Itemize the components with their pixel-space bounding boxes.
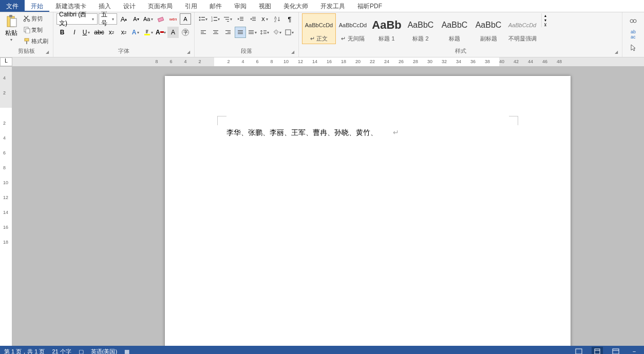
align-right-button[interactable] (222, 27, 234, 38)
status-page[interactable]: 第 1 页，共 1 页 (4, 348, 45, 355)
tab-layout[interactable]: 页面布局 (142, 0, 179, 12)
replace-button[interactable]: abac (628, 29, 639, 40)
select-button[interactable] (628, 42, 639, 53)
group-paragraph: ▾ 12▾ ▾ Ⅹ▾ AZ ¶ ▾ ▾ ▾ ▾ 段落 ◢ (195, 12, 299, 57)
highlight-button[interactable]: ▾ (143, 27, 154, 38)
enclose-char-button[interactable]: 字 (180, 27, 191, 38)
tab-beautify[interactable]: 美化大师 (277, 0, 314, 12)
page[interactable]: 李华、张鹏、李丽、王军、曹冉、孙晓、黄竹、↵ (165, 76, 571, 346)
tab-references[interactable]: 引用 (179, 0, 203, 12)
svg-rect-7 (25, 38, 29, 41)
svg-point-11 (199, 17, 201, 18)
bullets-button[interactable]: ▾ (198, 13, 209, 25)
status-words[interactable]: 21 个字 (52, 348, 71, 355)
gallery-more[interactable]: ⊻ (542, 23, 548, 27)
tab-file[interactable]: 文件 (0, 0, 25, 12)
char-border-button[interactable]: A (180, 13, 191, 25)
view-web-button[interactable] (610, 347, 621, 354)
status-language[interactable]: 英语(美国) (91, 348, 117, 355)
ruler-horizontal[interactable]: 8642246810121416182022242628303234363840… (12, 57, 644, 66)
subscript-button[interactable]: x2 (106, 27, 117, 38)
format-painter-button[interactable]: 格式刷 (22, 36, 50, 46)
tab-developer[interactable]: 开发工具 (314, 0, 351, 12)
borders-button[interactable]: ▾ (284, 27, 295, 38)
gallery-up[interactable]: ▴ (542, 13, 548, 18)
bold-button[interactable]: B (56, 27, 68, 38)
zoom-out-button[interactable]: − (629, 347, 640, 354)
svg-rect-27 (252, 20, 256, 21)
align-center-button[interactable] (210, 27, 221, 38)
font-name-combo[interactable]: Calibri (西文)▾ (56, 13, 98, 25)
font-size-combo[interactable]: 五号▾ (99, 13, 117, 25)
clipboard-launcher[interactable]: ◢ (45, 50, 50, 55)
style-item-4[interactable]: AaBbC标题 (438, 13, 471, 44)
style-item-3[interactable]: AaBbC标题 2 (404, 13, 438, 44)
shrink-font-button[interactable]: A▾ (130, 13, 142, 25)
ruler-corner[interactable]: L (0, 57, 12, 66)
font-launcher[interactable]: ◢ (186, 50, 191, 55)
ruler-vertical[interactable]: 4224681012141618 (0, 67, 12, 346)
show-marks-button[interactable]: ¶ (284, 13, 295, 25)
italic-button[interactable]: I (69, 27, 80, 38)
tab-review[interactable]: 审阅 (228, 0, 253, 12)
tab-view[interactable]: 视图 (253, 0, 277, 12)
svg-point-4 (28, 19, 30, 22)
copy-button[interactable]: 复制 (22, 25, 50, 35)
find-button[interactable] (628, 15, 639, 27)
svg-rect-35 (213, 33, 218, 34)
justify-button[interactable] (235, 27, 246, 38)
distribute-button[interactable]: ▾ (247, 27, 258, 38)
increase-indent-button[interactable] (247, 13, 258, 25)
svg-text:Z: Z (274, 19, 277, 23)
line-spacing-button[interactable]: ▾ (259, 27, 271, 38)
grow-font-button[interactable]: A▴ (118, 13, 129, 25)
document-body-text[interactable]: 李华、张鹏、李丽、王军、曹冉、孙晓、黄竹、↵ (226, 128, 399, 137)
style-item-5[interactable]: AaBbC副标题 (471, 13, 505, 44)
brush-icon (23, 37, 30, 45)
superscript-button[interactable]: x2 (118, 27, 129, 38)
paragraph-launcher[interactable]: ◢ (290, 50, 295, 55)
gallery-down[interactable]: ▾ (542, 18, 548, 23)
char-shading-button[interactable]: A (167, 27, 179, 38)
svg-rect-41 (238, 33, 243, 34)
numbering-button[interactable]: 12▾ (210, 13, 221, 25)
asian-layout-button[interactable]: Ⅹ▾ (259, 13, 271, 25)
text-effects-button[interactable]: A▾ (130, 27, 142, 38)
numbering-icon: 12 (211, 15, 217, 23)
clear-format-button[interactable] (155, 13, 166, 25)
style-item-2[interactable]: AaBb标题 1 (370, 13, 404, 44)
sort-button[interactable]: AZ (272, 13, 283, 25)
sort-icon: AZ (274, 15, 281, 23)
paste-button[interactable]: 粘贴 ▾ (3, 13, 20, 43)
view-print-button[interactable] (592, 347, 603, 354)
align-right-icon (224, 29, 232, 36)
status-macro-icon[interactable]: ▦ (124, 348, 129, 355)
font-color-button[interactable]: A▾ (155, 27, 166, 38)
multilevel-button[interactable]: ▾ (222, 13, 234, 25)
tab-design[interactable]: 设计 (117, 0, 142, 12)
tab-home[interactable]: 开始 (25, 0, 49, 12)
style-item-0[interactable]: AaBbCcDd↵ 正文 (302, 13, 336, 44)
cursor-icon (629, 44, 637, 52)
document-canvas[interactable]: 李华、张鹏、李丽、王军、曹冉、孙晓、黄竹、↵ (12, 67, 644, 346)
svg-rect-42 (249, 30, 254, 31)
svg-rect-19 (224, 17, 229, 17)
change-case-button[interactable]: Aa▾ (143, 13, 154, 25)
decrease-indent-button[interactable] (235, 13, 246, 25)
status-spellcheck-icon[interactable]: ▢ (79, 348, 84, 355)
svg-rect-2 (10, 18, 16, 27)
shading-button[interactable]: ▾ (272, 27, 283, 38)
view-read-button[interactable] (573, 347, 584, 354)
tab-foxit[interactable]: 福昕PDF (351, 0, 388, 12)
tab-mailings[interactable]: 邮件 (203, 0, 228, 12)
underline-button[interactable]: U▾ (81, 27, 92, 38)
strike-button[interactable]: abc (93, 27, 105, 38)
cut-button[interactable]: 剪切 (22, 13, 50, 24)
distribute-icon (248, 29, 254, 36)
phonetic-guide-button[interactable]: wén (167, 13, 179, 25)
style-item-1[interactable]: AaBbCcDd↵ 无间隔 (336, 13, 370, 44)
styles-launcher[interactable]: ◢ (614, 50, 619, 55)
indent-icon (249, 15, 256, 23)
align-left-button[interactable] (198, 27, 209, 38)
style-item-6[interactable]: AaBbCcDd不明显强调 (505, 13, 539, 44)
